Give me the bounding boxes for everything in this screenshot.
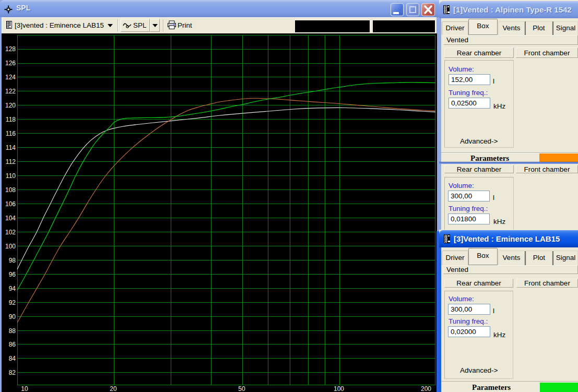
svg-text:116: 116 <box>6 130 16 137</box>
svg-text:114: 114 <box>6 144 16 151</box>
svg-text:126: 126 <box>5 60 16 67</box>
svg-text:122: 122 <box>5 88 16 95</box>
svg-text:100: 100 <box>334 385 344 392</box>
svg-text:96: 96 <box>9 271 16 278</box>
svg-text:10: 10 <box>21 385 28 392</box>
svg-text:100: 100 <box>5 243 16 250</box>
svg-text:102: 102 <box>5 229 16 236</box>
svg-text:20: 20 <box>110 385 117 392</box>
svg-text:120: 120 <box>5 102 16 109</box>
svg-text:110: 110 <box>6 172 16 180</box>
svg-text:118: 118 <box>6 116 16 123</box>
svg-text:104: 104 <box>5 215 16 222</box>
svg-text:90: 90 <box>9 313 16 320</box>
svg-text:112: 112 <box>6 158 16 165</box>
svg-text:88: 88 <box>9 327 16 335</box>
svg-text:200: 200 <box>421 385 431 392</box>
svg-text:98: 98 <box>9 257 16 264</box>
svg-text:108: 108 <box>5 186 16 194</box>
svg-text:86: 86 <box>9 341 16 348</box>
svg-text:92: 92 <box>9 299 16 306</box>
svg-text:124: 124 <box>5 74 16 81</box>
svg-text:128: 128 <box>5 45 16 53</box>
svg-text:94: 94 <box>9 285 16 292</box>
svg-text:106: 106 <box>5 200 16 208</box>
svg-text:84: 84 <box>9 355 16 362</box>
svg-text:50: 50 <box>238 385 245 392</box>
svg-text:82: 82 <box>9 369 16 376</box>
